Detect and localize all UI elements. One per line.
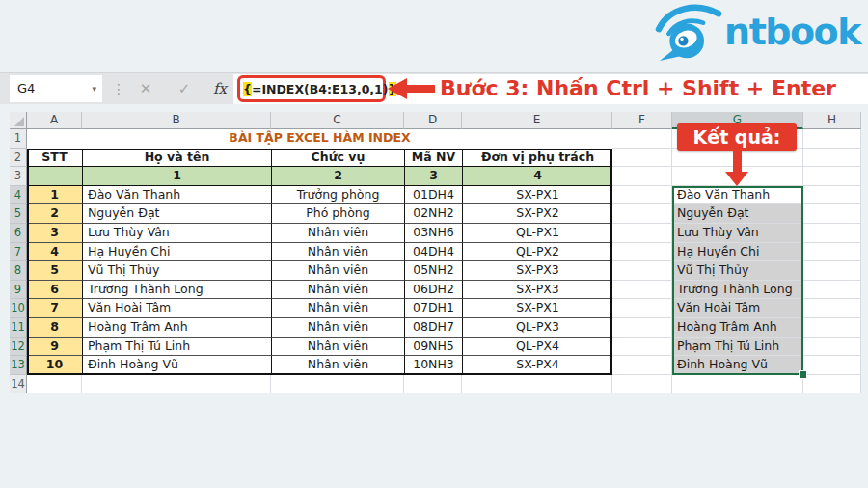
cell-D4[interactable]: 01DH4: [404, 186, 462, 205]
cell-E9[interactable]: SX-PX3: [462, 281, 612, 300]
cell-B8[interactable]: Vũ Thị Thủy: [82, 261, 271, 281]
cell-H2[interactable]: [803, 149, 861, 168]
cell-A8[interactable]: 5: [27, 261, 82, 281]
enter-icon[interactable]: ✓: [174, 73, 195, 105]
column-header-E[interactable]: E: [462, 112, 612, 129]
cell-H9[interactable]: [803, 281, 861, 300]
cell-D11[interactable]: 08DH7: [404, 318, 462, 338]
column-header-B[interactable]: B: [82, 112, 271, 129]
cell-G6[interactable]: Lưu Thùy Vân: [672, 224, 803, 243]
cell-F1[interactable]: [612, 129, 672, 149]
cell-B7[interactable]: Hạ Huyền Chi: [82, 243, 271, 262]
cell-G9[interactable]: Trương Thành Long: [672, 281, 803, 300]
cell-G13[interactable]: Đinh Hoàng Vũ: [672, 356, 803, 375]
cell-B14[interactable]: [82, 375, 271, 394]
cell-H10[interactable]: [803, 299, 861, 318]
cell-H12[interactable]: [803, 338, 861, 357]
row-header-12[interactable]: 12: [10, 338, 27, 357]
row-header-8[interactable]: 8: [10, 261, 27, 281]
cell-E11[interactable]: QL-PX3: [462, 318, 612, 338]
cell-E6[interactable]: QL-PX1: [462, 224, 612, 243]
cell-D8[interactable]: 05NH2: [404, 261, 462, 281]
cell-C10[interactable]: Nhân viên: [271, 299, 404, 318]
cell-C8[interactable]: Nhân viên: [271, 261, 404, 281]
cell-F11[interactable]: [612, 318, 672, 338]
cell-C6[interactable]: Nhân viên: [271, 224, 404, 243]
cell-E8[interactable]: SX-PX3: [462, 261, 612, 281]
cell-C3[interactable]: 2: [271, 167, 404, 186]
cell-E5[interactable]: SX-PX2: [462, 204, 612, 224]
cell-A2[interactable]: STT: [27, 149, 82, 168]
cell-D7[interactable]: 04DH4: [404, 243, 462, 262]
cell-D14[interactable]: [404, 375, 462, 394]
cell-B3[interactable]: 1: [82, 167, 271, 186]
cell-E7[interactable]: QL-PX2: [462, 243, 612, 262]
cell-B11[interactable]: Hoàng Trâm Anh: [82, 318, 271, 338]
cell-A3[interactable]: [27, 167, 82, 186]
cell-E4[interactable]: SX-PX1: [462, 186, 612, 205]
row-header-13[interactable]: 13: [10, 356, 27, 375]
cell-H13[interactable]: [803, 356, 861, 375]
cell-E12[interactable]: QL-PX4: [462, 338, 612, 357]
row-header-5[interactable]: 5: [10, 204, 27, 224]
cell-D3[interactable]: 3: [404, 167, 462, 186]
cell-B5[interactable]: Nguyễn Đạt: [82, 204, 271, 224]
cell-G12[interactable]: Phạm Thị Tú Linh: [672, 338, 803, 357]
cell-D2[interactable]: Mã NV: [404, 149, 462, 168]
column-header-A[interactable]: A: [27, 112, 82, 129]
column-header-F[interactable]: F: [612, 112, 672, 129]
fill-handle[interactable]: [799, 370, 807, 379]
cell-C4[interactable]: Trưởng phòng: [271, 186, 404, 205]
cell-C9[interactable]: Nhân viên: [271, 281, 404, 300]
cell-C2[interactable]: Chức vụ: [271, 149, 404, 168]
cell-A11[interactable]: 8: [27, 318, 82, 338]
row-header-1[interactable]: 1: [10, 129, 27, 149]
cell-A10[interactable]: 7: [27, 299, 82, 318]
cell-D9[interactable]: 06DH2: [404, 281, 462, 300]
cell-B13[interactable]: Đinh Hoàng Vũ: [82, 356, 271, 375]
cell-A9[interactable]: 6: [27, 281, 82, 300]
cell-H5[interactable]: [803, 204, 861, 224]
cell-F13[interactable]: [612, 356, 672, 375]
cell-H3[interactable]: [803, 167, 861, 186]
cell-G5[interactable]: Nguyễn Đạt: [672, 204, 803, 224]
row-header-7[interactable]: 7: [10, 243, 27, 262]
row-header-11[interactable]: 11: [10, 318, 27, 338]
cell-title[interactable]: BÀI TẬP EXCEL HÀM INDEX: [27, 129, 612, 149]
row-header-14[interactable]: 14: [10, 375, 27, 394]
cell-B6[interactable]: Lưu Thùy Vân: [82, 224, 271, 243]
cell-H4[interactable]: [803, 186, 861, 205]
row-header-4[interactable]: 4: [10, 186, 27, 205]
name-box[interactable]: G4 ▾: [10, 75, 102, 102]
cell-A13[interactable]: 10: [27, 356, 82, 375]
cell-C7[interactable]: Nhân viên: [271, 243, 404, 262]
cell-A4[interactable]: 1: [27, 186, 82, 205]
cell-F3[interactable]: [612, 167, 672, 186]
cell-F8[interactable]: [612, 261, 672, 281]
row-header-2[interactable]: 2: [10, 149, 27, 168]
row-header-9[interactable]: 9: [10, 281, 27, 300]
cell-C13[interactable]: Nhân viên: [271, 356, 404, 375]
cell-B2[interactable]: Họ và tên: [82, 149, 271, 168]
cell-E10[interactable]: SX-PX1: [462, 299, 612, 318]
row-header-6[interactable]: 6: [10, 224, 27, 243]
cell-D13[interactable]: 10NH3: [404, 356, 462, 375]
cell-D6[interactable]: 03NH6: [404, 224, 462, 243]
cell-A12[interactable]: 9: [27, 338, 82, 357]
cell-F12[interactable]: [612, 338, 672, 357]
cell-F5[interactable]: [612, 204, 672, 224]
cell-H1[interactable]: [803, 129, 861, 149]
cell-G11[interactable]: Hoàng Trâm Anh: [672, 318, 803, 338]
cell-C14[interactable]: [271, 375, 404, 394]
cell-H14[interactable]: [803, 375, 861, 394]
cell-B9[interactable]: Trương Thành Long: [82, 281, 271, 300]
cell-G8[interactable]: Vũ Thị Thủy: [672, 261, 803, 281]
cell-C5[interactable]: Phó phòng: [271, 204, 404, 224]
cell-B12[interactable]: Phạm Thị Tú Linh: [82, 338, 271, 357]
cell-H11[interactable]: [803, 318, 861, 338]
cell-C11[interactable]: Nhân viên: [271, 318, 404, 338]
column-header-D[interactable]: D: [404, 112, 462, 129]
cell-F7[interactable]: [612, 243, 672, 262]
cell-A6[interactable]: 3: [27, 224, 82, 243]
cell-B10[interactable]: Văn Hoài Tâm: [82, 299, 271, 318]
